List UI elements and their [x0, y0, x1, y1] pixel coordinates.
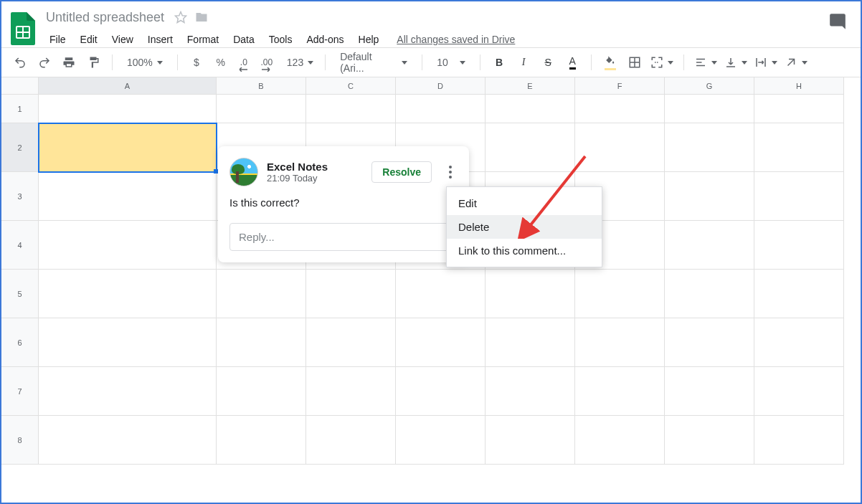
cell[interactable] — [39, 95, 217, 123]
row-header[interactable]: 4 — [1, 221, 39, 270]
menu-data[interactable]: Data — [227, 31, 261, 48]
row-header[interactable]: 1 — [1, 95, 39, 123]
row-header[interactable]: 2 — [1, 123, 39, 172]
menu-edit[interactable]: Edit — [74, 31, 104, 48]
col-header[interactable]: E — [486, 77, 575, 95]
row-header[interactable]: 3 — [1, 172, 39, 221]
cell[interactable] — [665, 367, 754, 416]
cell[interactable] — [396, 270, 486, 318]
col-header[interactable]: A — [39, 77, 217, 95]
cell[interactable] — [575, 123, 665, 172]
text-rotation-button[interactable] — [783, 52, 809, 72]
text-wrap-button[interactable] — [753, 52, 779, 72]
cell[interactable] — [575, 367, 665, 416]
cell[interactable] — [396, 367, 486, 416]
cell[interactable] — [665, 221, 754, 270]
italic-button[interactable]: I — [513, 52, 534, 72]
ctx-link[interactable]: Link to this comment... — [447, 239, 602, 262]
decrease-decimal-button[interactable]: .0 — [235, 52, 252, 72]
cell[interactable] — [39, 416, 217, 465]
reply-input[interactable]: Reply... — [229, 223, 458, 251]
cell[interactable] — [486, 367, 575, 416]
undo-button[interactable] — [10, 52, 30, 72]
row-header[interactable]: 5 — [1, 270, 39, 318]
cell[interactable] — [575, 416, 665, 465]
menu-view[interactable]: View — [105, 31, 140, 48]
resolve-button[interactable]: Resolve — [371, 161, 432, 183]
cell[interactable] — [39, 270, 217, 318]
borders-button[interactable] — [625, 52, 645, 72]
cell[interactable] — [396, 318, 486, 367]
cell[interactable] — [217, 95, 306, 123]
cell[interactable] — [39, 367, 217, 416]
redo-button[interactable] — [34, 52, 55, 72]
paint-format-button[interactable] — [83, 52, 103, 72]
select-all-corner[interactable] — [1, 77, 39, 95]
cell[interactable] — [486, 416, 575, 465]
col-header[interactable]: F — [575, 77, 665, 95]
number-format-select[interactable]: 123 — [281, 52, 316, 72]
menu-format[interactable]: Format — [181, 31, 225, 48]
strikethrough-button[interactable]: S — [538, 52, 558, 72]
menu-tools[interactable]: Tools — [262, 31, 299, 48]
cell[interactable] — [217, 416, 306, 465]
cell[interactable] — [665, 95, 754, 123]
cell[interactable] — [217, 367, 306, 416]
cell[interactable] — [754, 172, 844, 221]
cell[interactable] — [396, 416, 486, 465]
cell[interactable] — [754, 416, 844, 465]
cell[interactable] — [396, 95, 486, 123]
cell[interactable] — [754, 318, 844, 367]
menu-addons[interactable]: Add-ons — [300, 31, 350, 48]
cell[interactable] — [754, 270, 844, 318]
cell[interactable] — [665, 123, 754, 172]
star-icon[interactable] — [174, 11, 187, 24]
font-family-select[interactable]: Default (Ari... — [334, 52, 413, 72]
cell[interactable] — [39, 221, 217, 270]
menu-insert[interactable]: Insert — [141, 31, 179, 48]
col-header[interactable]: B — [217, 77, 306, 95]
cell[interactable] — [665, 172, 754, 221]
row-header[interactable]: 8 — [1, 416, 39, 465]
text-color-button[interactable]: A — [562, 52, 582, 72]
currency-button[interactable]: $ — [186, 52, 207, 72]
cell[interactable] — [306, 318, 396, 367]
cell[interactable] — [486, 270, 575, 318]
cell[interactable] — [575, 270, 665, 318]
cell[interactable] — [39, 172, 217, 221]
sheets-app-icon[interactable] — [9, 10, 37, 47]
cell[interactable] — [754, 221, 844, 270]
col-header[interactable]: C — [306, 77, 396, 95]
font-size-select[interactable]: 10 — [431, 52, 471, 72]
document-title[interactable]: Untitled spreadsheet — [43, 9, 167, 27]
ctx-edit[interactable]: Edit — [447, 191, 602, 215]
cell[interactable] — [486, 95, 575, 123]
print-button[interactable] — [59, 52, 79, 72]
row-header[interactable]: 6 — [1, 318, 39, 367]
row-header[interactable]: 7 — [1, 367, 39, 416]
save-status[interactable]: All changes saved in Drive — [397, 34, 515, 45]
vertical-align-button[interactable] — [723, 52, 749, 72]
move-folder-icon[interactable] — [194, 11, 209, 24]
bold-button[interactable]: B — [489, 52, 509, 72]
cell[interactable] — [486, 123, 575, 172]
cell[interactable] — [665, 416, 754, 465]
increase-decimal-button[interactable]: .00 — [257, 52, 277, 72]
cell[interactable] — [575, 95, 665, 123]
spreadsheet-grid[interactable]: A B C D E F G H 1 2 3 4 5 6 7 — [1, 77, 861, 503]
cell[interactable] — [306, 95, 396, 123]
cell[interactable] — [306, 367, 396, 416]
col-header[interactable]: H — [754, 77, 844, 95]
menu-file[interactable]: File — [43, 31, 72, 48]
comment-more-button[interactable] — [443, 166, 458, 179]
zoom-select[interactable]: 100% — [121, 52, 169, 72]
percent-button[interactable]: % — [211, 52, 231, 72]
col-header[interactable]: D — [396, 77, 486, 95]
cell[interactable] — [486, 318, 575, 367]
open-comments-button[interactable] — [828, 11, 848, 32]
cell[interactable] — [754, 95, 844, 123]
cell[interactable] — [217, 318, 306, 367]
cell[interactable] — [754, 123, 844, 172]
col-header[interactable]: G — [665, 77, 754, 95]
cell[interactable] — [306, 416, 396, 465]
